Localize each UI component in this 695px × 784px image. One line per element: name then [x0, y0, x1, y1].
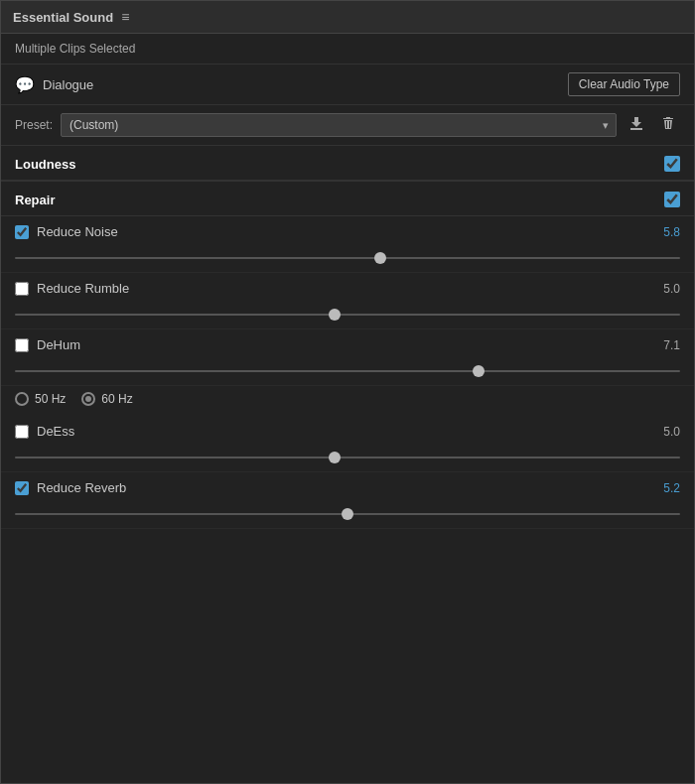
hz-row: 50 Hz 60 Hz — [1, 386, 694, 416]
hz-60-option[interactable]: 60 Hz — [81, 392, 132, 406]
hz-50-option[interactable]: 50 Hz — [15, 392, 66, 406]
preset-label: Preset: — [15, 118, 53, 132]
preset-select-wrapper: (Custom) Default Balanced — [61, 113, 617, 137]
preset-row: Preset: (Custom) Default Balanced — [1, 105, 694, 146]
deess-label: DeEss — [37, 424, 74, 439]
reduce-rumble-row: Reduce Rumble 5.0 — [1, 273, 694, 329]
hz-60-label: 60 Hz — [101, 392, 132, 406]
deess-slider[interactable] — [15, 457, 680, 458]
clear-audio-type-button[interactable]: Clear Audio Type — [568, 72, 680, 96]
repair-checkbox[interactable] — [664, 192, 680, 207]
preset-save-button[interactable] — [625, 113, 648, 137]
reduce-noise-slider[interactable] — [15, 257, 680, 259]
reduce-noise-checkbox[interactable] — [15, 225, 29, 239]
reduce-rumble-slider[interactable] — [15, 314, 680, 316]
reduce-reverb-slider-container — [15, 501, 680, 524]
multi-clips-label: Multiple Clips Selected — [15, 42, 135, 56]
reduce-reverb-row: Reduce Reverb 5.2 — [1, 472, 694, 529]
dehum-left: DeHum — [15, 337, 80, 352]
reduce-noise-label: Reduce Noise — [37, 224, 118, 239]
hz-50-radio — [15, 392, 29, 406]
dehum-row: DeHum 7.1 — [1, 329, 694, 386]
reduce-rumble-value: 5.0 — [663, 282, 680, 296]
deess-row: DeEss 5.0 — [1, 416, 694, 472]
repair-section: Repair Reduce Noise 5.8 — [1, 182, 694, 529]
preset-select[interactable]: (Custom) Default Balanced — [61, 113, 617, 137]
reduce-rumble-header: Reduce Rumble 5.0 — [15, 281, 680, 296]
dehum-slider-container — [15, 358, 680, 381]
loudness-checkbox[interactable] — [664, 156, 680, 172]
deess-left: DeEss — [15, 424, 74, 439]
dehum-label: DeHum — [37, 337, 80, 352]
deess-value: 5.0 — [663, 425, 680, 439]
repair-header: Repair — [1, 182, 694, 216]
panel-title: Essential Sound — [13, 10, 113, 25]
deess-checkbox[interactable] — [15, 425, 29, 439]
essential-sound-panel: Essential Sound ≡ Multiple Clips Selecte… — [0, 0, 695, 784]
deess-header: DeEss 5.0 — [15, 424, 680, 439]
hz-60-radio-inner — [85, 396, 91, 402]
reduce-reverb-header: Reduce Reverb 5.2 — [15, 480, 680, 495]
dehum-value: 7.1 — [663, 338, 680, 352]
reduce-noise-value: 5.8 — [663, 225, 680, 239]
loudness-header: Loudness — [1, 146, 694, 181]
reduce-reverb-slider[interactable] — [15, 513, 680, 515]
reduce-reverb-label: Reduce Reverb — [37, 480, 126, 495]
deess-slider-container — [15, 445, 680, 467]
svg-rect-0 — [630, 128, 642, 130]
dialogue-icon: 💬 — [15, 75, 35, 94]
reduce-rumble-label: Reduce Rumble — [37, 281, 129, 296]
dialogue-label: Dialogue — [43, 77, 93, 92]
menu-icon[interactable]: ≡ — [121, 9, 129, 25]
reduce-noise-row: Reduce Noise 5.8 — [1, 216, 694, 273]
reduce-noise-slider-container — [15, 245, 680, 268]
dehum-checkbox[interactable] — [15, 338, 29, 352]
dehum-slider[interactable] — [15, 370, 680, 372]
dialogue-left: 💬 Dialogue — [15, 75, 93, 94]
hz-50-label: 50 Hz — [35, 392, 66, 406]
reduce-rumble-left: Reduce Rumble — [15, 281, 129, 296]
repair-title: Repair — [15, 193, 55, 207]
dehum-header: DeHum 7.1 — [15, 337, 680, 352]
reduce-reverb-value: 5.2 — [663, 481, 680, 495]
hz-60-radio — [81, 392, 95, 406]
reduce-reverb-left: Reduce Reverb — [15, 480, 126, 495]
loudness-title: Loudness — [15, 157, 75, 172]
multi-clips-bar: Multiple Clips Selected — [1, 34, 694, 65]
panel-header: Essential Sound ≡ — [1, 1, 694, 34]
loudness-section: Loudness — [1, 146, 694, 182]
reduce-noise-left: Reduce Noise — [15, 224, 118, 239]
trash-icon — [660, 115, 676, 131]
reduce-reverb-checkbox[interactable] — [15, 481, 29, 495]
audio-type-row: 💬 Dialogue Clear Audio Type — [1, 65, 694, 105]
reduce-rumble-checkbox[interactable] — [15, 282, 29, 296]
reduce-rumble-slider-container — [15, 302, 680, 325]
preset-delete-button[interactable] — [656, 113, 680, 137]
panel-body: Multiple Clips Selected 💬 Dialogue Clear… — [1, 34, 694, 783]
reduce-noise-header: Reduce Noise 5.8 — [15, 224, 680, 239]
save-icon — [628, 115, 644, 131]
